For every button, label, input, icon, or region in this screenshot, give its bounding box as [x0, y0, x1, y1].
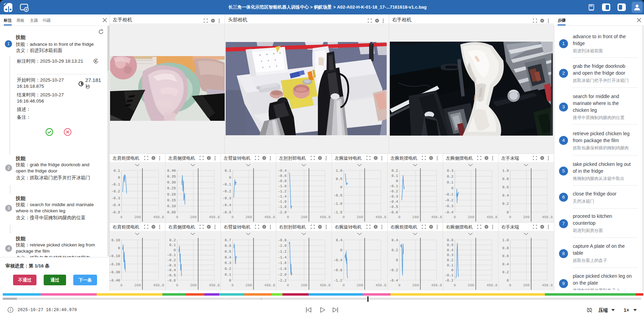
svg-text:200: 200: [357, 283, 363, 287]
svg-text:458.8: 458.8: [486, 215, 497, 219]
svg-text:0.1: 0.1: [225, 273, 231, 277]
svg-text:0.40: 0.40: [167, 169, 176, 173]
svg-text:0.8: 0.8: [502, 177, 509, 181]
svg-text:458.8: 458.8: [375, 215, 386, 219]
svg-text:-0.6: -0.6: [389, 210, 398, 214]
svg-text:-0.40: -0.40: [109, 278, 120, 283]
svg-text:0: 0: [509, 215, 511, 219]
svg-text:0.10: 0.10: [167, 204, 176, 208]
svg-text:0.05: 0.05: [167, 210, 176, 214]
svg-text:200: 200: [246, 283, 252, 287]
svg-text:0.2: 0.2: [447, 258, 453, 262]
svg-text:-1.8: -1.8: [278, 205, 287, 209]
svg-text:0.7: 0.7: [225, 238, 231, 242]
svg-text:0.4: 0.4: [447, 248, 453, 252]
svg-text:200: 200: [301, 283, 308, 287]
svg-text:-1.6: -1.6: [278, 261, 287, 265]
svg-text:0: 0: [454, 283, 456, 287]
svg-text:-0.4: -0.4: [278, 169, 287, 173]
svg-text:-0.10: -0.10: [109, 254, 120, 258]
svg-text:200: 200: [412, 215, 419, 219]
svg-text:-0.8: -0.8: [278, 238, 287, 242]
svg-text:-0.2: -0.2: [111, 189, 120, 193]
svg-text:0.3: 0.3: [447, 253, 453, 257]
svg-text:-2.0: -2.0: [278, 273, 287, 277]
svg-text:-0.1: -0.1: [445, 192, 453, 197]
svg-text:-0.2: -0.2: [389, 189, 398, 193]
svg-text:-0.8: -0.8: [278, 179, 287, 183]
svg-text:-0.1: -0.1: [389, 184, 398, 188]
svg-text:-0.2: -0.2: [389, 268, 398, 272]
svg-text:0.20: 0.20: [167, 192, 176, 197]
svg-text:0.6: 0.6: [225, 244, 231, 248]
svg-text:-0.3: -0.3: [167, 263, 176, 267]
svg-text:0: 0: [451, 268, 453, 272]
svg-text:200: 200: [135, 215, 141, 219]
svg-text:-1.8: -1.8: [278, 267, 287, 271]
svg-text:458.8: 458.8: [264, 215, 275, 219]
svg-text:0.1: 0.1: [447, 180, 453, 184]
svg-text:-0.2: -0.2: [167, 258, 176, 262]
svg-text:200: 200: [412, 283, 419, 287]
svg-text:0.1: 0.1: [391, 174, 398, 178]
svg-text:-1.0: -1.0: [334, 202, 342, 206]
svg-text:0.6: 0.6: [502, 254, 509, 258]
svg-text:-1.2: -1.2: [334, 278, 342, 283]
svg-text:0.6: 0.6: [447, 238, 453, 242]
svg-text:-1.2: -1.2: [278, 189, 287, 193]
svg-text:-0.4: -0.4: [167, 268, 176, 272]
svg-text:200: 200: [246, 215, 252, 219]
svg-text:1.0: 1.0: [336, 169, 342, 173]
svg-text:200: 200: [190, 215, 197, 219]
svg-text:-0.6: -0.6: [167, 278, 176, 283]
svg-text:-1.6: -1.6: [278, 200, 287, 204]
svg-text:0: 0: [229, 278, 231, 283]
svg-text:0.4: 0.4: [391, 238, 398, 242]
svg-text:-2.2: -2.2: [278, 278, 287, 283]
svg-text:458.8: 458.8: [486, 283, 497, 287]
svg-text:-0.30: -0.30: [109, 270, 120, 274]
svg-text:0.2: 0.2: [169, 238, 176, 242]
svg-text:-0.3: -0.3: [111, 196, 120, 200]
svg-text:0: 0: [454, 215, 456, 219]
svg-text:0.2: 0.2: [502, 202, 509, 206]
svg-text:0: 0: [120, 215, 122, 219]
svg-text:-0.8: -0.8: [334, 268, 342, 272]
svg-text:0.2: 0.2: [391, 248, 398, 252]
svg-text:-0.1: -0.1: [445, 273, 453, 277]
svg-text:0.3: 0.3: [225, 261, 231, 265]
svg-text:0.4: 0.4: [502, 262, 509, 266]
svg-text:200: 200: [190, 283, 197, 287]
svg-text:-0.2: -0.2: [445, 278, 453, 283]
svg-text:0.2: 0.2: [502, 270, 509, 274]
svg-text:0.4: 0.4: [336, 238, 342, 242]
svg-text:-0.4: -0.4: [389, 278, 398, 283]
svg-text:-0.5: -0.5: [389, 205, 398, 209]
svg-text:0.2: 0.2: [391, 169, 398, 173]
svg-text:-0.5: -0.5: [167, 273, 176, 277]
svg-text:0: 0: [176, 283, 178, 287]
svg-text:458.8: 458.8: [431, 215, 442, 219]
svg-text:458.8: 458.8: [542, 215, 553, 219]
svg-text:200: 200: [523, 283, 530, 287]
svg-text:0: 0: [507, 210, 509, 214]
svg-text:0.35: 0.35: [167, 174, 176, 179]
svg-text:458.8: 458.8: [375, 283, 386, 287]
svg-text:0.6: 0.6: [502, 185, 509, 189]
svg-text:0: 0: [396, 258, 398, 262]
svg-text:0.1: 0.1: [225, 169, 231, 173]
svg-text:1.0: 1.0: [502, 169, 509, 173]
svg-text:-0.3: -0.3: [445, 204, 453, 208]
svg-text:0: 0: [120, 283, 122, 287]
svg-text:0.5: 0.5: [447, 243, 453, 247]
svg-text:-0.3: -0.3: [223, 196, 231, 200]
svg-text:0: 0: [340, 248, 342, 252]
svg-text:-1.5: -1.5: [334, 210, 342, 214]
svg-text:0.1: 0.1: [447, 263, 453, 267]
svg-text:-1.0: -1.0: [278, 184, 287, 188]
svg-text:-1.4: -1.4: [278, 194, 287, 199]
svg-text:-0.1: -0.1: [223, 182, 231, 187]
svg-text:0: 0: [509, 283, 511, 287]
svg-text:0: 0: [507, 278, 509, 283]
svg-text:458.8: 458.8: [542, 283, 553, 287]
